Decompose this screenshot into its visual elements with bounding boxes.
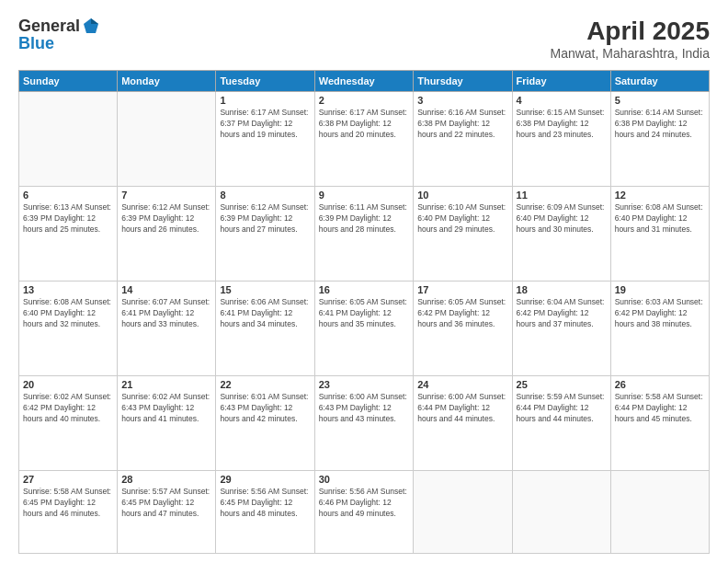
day-info: Sunrise: 6:08 AM Sunset: 6:40 PM Dayligh… [615,202,705,236]
table-row: 16Sunrise: 6:05 AM Sunset: 6:41 PM Dayli… [314,282,413,376]
table-row [610,471,709,554]
day-info: Sunrise: 5:56 AM Sunset: 6:46 PM Dayligh… [319,487,409,520]
day-number: 24 [417,379,507,390]
table-row: 2Sunrise: 6:17 AM Sunset: 6:38 PM Daylig… [314,92,413,187]
day-info: Sunrise: 5:56 AM Sunset: 6:45 PM Dayligh… [220,487,310,520]
day-number: 9 [319,190,409,201]
day-number: 4 [517,95,607,106]
table-row: 15Sunrise: 6:06 AM Sunset: 6:41 PM Dayli… [216,282,314,376]
day-number: 21 [121,379,211,390]
day-number: 27 [23,474,113,485]
title-month: April 2025 [550,17,710,46]
day-number: 11 [517,190,607,201]
day-info: Sunrise: 6:02 AM Sunset: 6:43 PM Dayligh… [121,392,211,425]
table-row: 10Sunrise: 6:10 AM Sunset: 6:40 PM Dayli… [414,187,512,282]
table-row: 22Sunrise: 6:01 AM Sunset: 6:43 PM Dayli… [216,376,314,471]
day-info: Sunrise: 6:13 AM Sunset: 6:39 PM Dayligh… [23,202,113,236]
table-row: 4Sunrise: 6:15 AM Sunset: 6:38 PM Daylig… [512,92,610,187]
day-number: 22 [220,379,310,390]
day-number: 15 [220,284,310,295]
day-info: Sunrise: 6:12 AM Sunset: 6:39 PM Dayligh… [220,202,310,236]
day-number: 20 [23,379,113,390]
day-number: 7 [121,190,211,201]
day-info: Sunrise: 6:08 AM Sunset: 6:40 PM Dayligh… [23,297,113,330]
day-number: 1 [220,95,310,106]
day-number: 6 [23,190,113,201]
day-number: 19 [615,284,705,295]
table-row: 27Sunrise: 5:58 AM Sunset: 6:45 PM Dayli… [19,471,118,554]
logo-blue-text: Blue [18,34,54,52]
table-row [19,92,118,187]
day-info: Sunrise: 6:17 AM Sunset: 6:37 PM Dayligh… [220,108,310,141]
svg-marker-1 [91,18,98,24]
table-row: 14Sunrise: 6:07 AM Sunset: 6:41 PM Dayli… [118,282,216,376]
col-friday: Friday [512,71,610,92]
page: General Blue April 2025 Manwat, Maharash… [0,0,728,563]
day-number: 23 [319,379,409,390]
day-number: 12 [615,190,705,201]
day-number: 2 [319,95,409,106]
table-row [512,471,610,554]
day-info: Sunrise: 6:17 AM Sunset: 6:38 PM Dayligh… [319,108,409,141]
day-info: Sunrise: 6:09 AM Sunset: 6:40 PM Dayligh… [517,202,607,236]
day-info: Sunrise: 6:12 AM Sunset: 6:39 PM Dayligh… [121,202,211,236]
table-row: 23Sunrise: 6:00 AM Sunset: 6:43 PM Dayli… [314,376,413,471]
day-number: 26 [615,379,705,390]
col-tuesday: Tuesday [216,71,314,92]
table-row: 11Sunrise: 6:09 AM Sunset: 6:40 PM Dayli… [512,187,610,282]
day-info: Sunrise: 6:03 AM Sunset: 6:42 PM Dayligh… [615,297,705,330]
col-wednesday: Wednesday [314,71,413,92]
day-number: 13 [23,284,113,295]
day-number: 8 [220,190,310,201]
table-row: 9Sunrise: 6:11 AM Sunset: 6:39 PM Daylig… [314,187,413,282]
table-row: 29Sunrise: 5:56 AM Sunset: 6:45 PM Dayli… [216,471,314,554]
logo: General Blue [18,17,100,52]
day-info: Sunrise: 6:15 AM Sunset: 6:38 PM Dayligh… [517,108,607,141]
table-row: 7Sunrise: 6:12 AM Sunset: 6:39 PM Daylig… [118,187,216,282]
table-row: 19Sunrise: 6:03 AM Sunset: 6:42 PM Dayli… [610,282,709,376]
day-info: Sunrise: 6:01 AM Sunset: 6:43 PM Dayligh… [220,392,310,425]
table-row: 24Sunrise: 6:00 AM Sunset: 6:44 PM Dayli… [414,376,512,471]
day-number: 25 [517,379,607,390]
calendar: Sunday Monday Tuesday Wednesday Thursday… [18,70,710,554]
table-row: 17Sunrise: 6:05 AM Sunset: 6:42 PM Dayli… [414,282,512,376]
day-info: Sunrise: 5:58 AM Sunset: 6:45 PM Dayligh… [23,487,113,520]
header: General Blue April 2025 Manwat, Maharash… [18,17,710,61]
table-row: 25Sunrise: 5:59 AM Sunset: 6:44 PM Dayli… [512,376,610,471]
table-row: 5Sunrise: 6:14 AM Sunset: 6:38 PM Daylig… [610,92,709,187]
table-row: 26Sunrise: 5:58 AM Sunset: 6:44 PM Dayli… [610,376,709,471]
table-row: 18Sunrise: 6:04 AM Sunset: 6:42 PM Dayli… [512,282,610,376]
day-info: Sunrise: 6:05 AM Sunset: 6:41 PM Dayligh… [319,297,409,330]
day-info: Sunrise: 6:00 AM Sunset: 6:44 PM Dayligh… [417,392,507,425]
day-info: Sunrise: 6:07 AM Sunset: 6:41 PM Dayligh… [121,297,211,330]
title-block: April 2025 Manwat, Maharashtra, India [550,17,710,61]
day-info: Sunrise: 5:57 AM Sunset: 6:45 PM Dayligh… [121,487,211,520]
day-number: 5 [615,95,705,106]
table-row: 13Sunrise: 6:08 AM Sunset: 6:40 PM Dayli… [19,282,118,376]
col-sunday: Sunday [19,71,118,92]
table-row [414,471,512,554]
day-number: 30 [319,474,409,485]
table-row: 1Sunrise: 6:17 AM Sunset: 6:37 PM Daylig… [216,92,314,187]
logo-icon [82,17,100,35]
day-number: 17 [417,284,507,295]
day-info: Sunrise: 6:06 AM Sunset: 6:41 PM Dayligh… [220,297,310,330]
day-number: 10 [417,190,507,201]
day-number: 3 [417,95,507,106]
table-row: 20Sunrise: 6:02 AM Sunset: 6:42 PM Dayli… [19,376,118,471]
day-number: 29 [220,474,310,485]
day-info: Sunrise: 6:05 AM Sunset: 6:42 PM Dayligh… [417,297,507,330]
day-info: Sunrise: 6:02 AM Sunset: 6:42 PM Dayligh… [23,392,113,425]
table-row: 28Sunrise: 5:57 AM Sunset: 6:45 PM Dayli… [118,471,216,554]
table-row: 3Sunrise: 6:16 AM Sunset: 6:38 PM Daylig… [414,92,512,187]
col-saturday: Saturday [610,71,709,92]
day-number: 18 [517,284,607,295]
day-info: Sunrise: 6:00 AM Sunset: 6:43 PM Dayligh… [319,392,409,425]
day-info: Sunrise: 6:04 AM Sunset: 6:42 PM Dayligh… [517,297,607,330]
day-number: 16 [319,284,409,295]
table-row [118,92,216,187]
table-row: 6Sunrise: 6:13 AM Sunset: 6:39 PM Daylig… [19,187,118,282]
col-monday: Monday [118,71,216,92]
day-number: 28 [121,474,211,485]
table-row: 12Sunrise: 6:08 AM Sunset: 6:40 PM Dayli… [610,187,709,282]
